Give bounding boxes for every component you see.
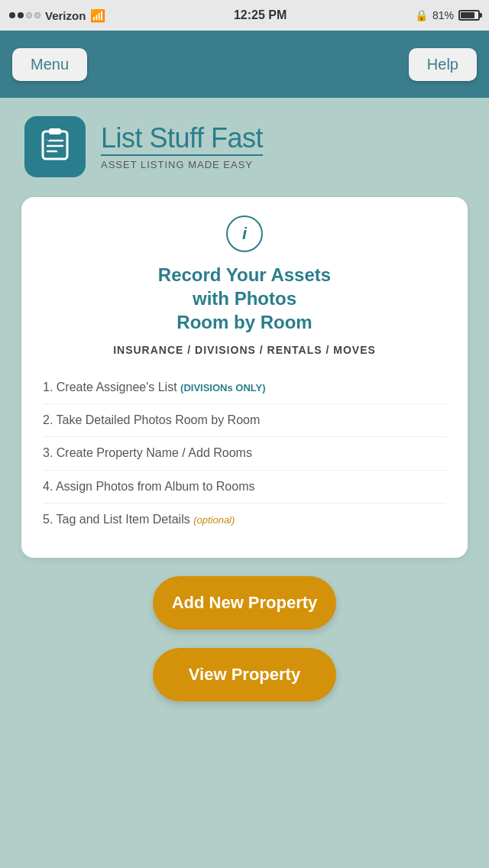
step-4-number: 4. (43, 480, 56, 493)
step-2-text: Take Detailed Photos Room by Room (57, 413, 261, 426)
card-heading: Record Your Assets with Photos Room by R… (43, 263, 446, 335)
heading-line3: Room by Room (176, 312, 312, 332)
logo-text-area: List Stuff Fast ASSET LISTING MADE EASY (101, 123, 263, 171)
signal-dot-3 (26, 12, 32, 18)
signal-dot-1 (9, 12, 15, 18)
signal-dot-2 (18, 12, 24, 18)
heading-line2: with Photos (193, 288, 296, 309)
nav-bar: Menu Help (0, 31, 489, 98)
heading-line1: Record Your Assets (158, 264, 331, 285)
main-content: i Record Your Assets with Photos Room by… (0, 185, 489, 724)
step-5-number: 5. (43, 513, 57, 526)
step-2-number: 2. (43, 413, 57, 426)
signal-dot-4 (34, 12, 40, 18)
step-1-number: 1. (43, 381, 57, 394)
step-4: 4. Assign Photos from Album to Rooms (43, 470, 446, 503)
status-bar: Verizon 📶 12:25 PM 🔒 81% (0, 0, 489, 31)
step-1-text: Create Assignee's List (57, 381, 180, 394)
battery-icon (458, 10, 480, 21)
time-display: 12:25 PM (234, 8, 287, 22)
step-5-note: (optional) (193, 514, 235, 526)
card-subheading: INSURANCE / DIVISIONS / RENTALS / MOVES (43, 344, 446, 356)
status-right: 🔒 81% (415, 9, 480, 21)
app-title: List Stuff Fast (101, 123, 263, 154)
svg-rect-1 (49, 128, 61, 134)
battery-fill (461, 12, 474, 18)
help-button[interactable]: Help (409, 48, 477, 81)
step-3: 3. Create Property Name / Add Rooms (43, 436, 446, 469)
step-5: 5. Tag and List Item Details (optional) (43, 503, 446, 536)
step-2: 2. Take Detailed Photos Room by Room (43, 403, 446, 436)
app-subtitle: ASSET LISTING MADE EASY (101, 159, 263, 170)
battery-percent: 81% (432, 9, 454, 21)
logo-box (24, 116, 86, 177)
carrier-label: Verizon (45, 9, 86, 22)
info-icon: i (226, 215, 263, 252)
lock-icon: 🔒 (415, 9, 428, 21)
add-property-button[interactable]: Add New Property (153, 576, 336, 630)
step-3-text: Create Property Name / Add Rooms (57, 446, 252, 459)
logo-icon (37, 125, 73, 169)
step-1-note: (DIVISIONs ONLY) (180, 382, 265, 394)
step-4-text: Assign Photos from Album to Rooms (56, 480, 255, 493)
wifi-icon: 📶 (90, 8, 105, 23)
header-area: List Stuff Fast ASSET LISTING MADE EASY (0, 98, 489, 185)
view-property-button[interactable]: View Property (153, 648, 336, 701)
steps-list: 1. Create Assignee's List (DIVISIONs ONL… (43, 371, 446, 536)
step-3-number: 3. (43, 446, 57, 459)
step-5-text: Tag and List Item Details (57, 513, 194, 526)
status-left: Verizon 📶 (9, 8, 105, 23)
step-1: 1. Create Assignee's List (DIVISIONs ONL… (43, 371, 446, 403)
signal-dots (9, 12, 40, 18)
menu-button[interactable]: Menu (12, 48, 87, 81)
title-underline (101, 154, 263, 156)
info-card: i Record Your Assets with Photos Room by… (21, 197, 468, 558)
